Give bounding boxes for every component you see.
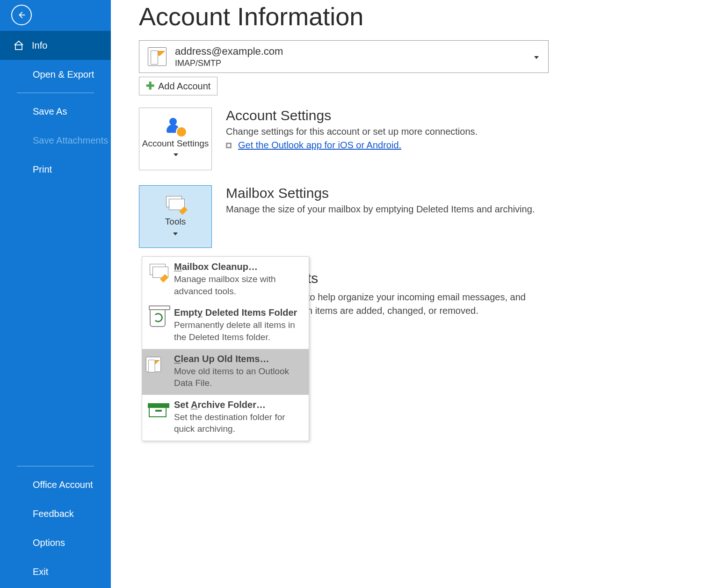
svg-rect-1 bbox=[15, 45, 22, 50]
sidebar-label-feedback: Feedback bbox=[33, 508, 74, 519]
account-settings-content: Account Settings Change settings for thi… bbox=[226, 108, 717, 151]
menu-item-mailbox-cleanup[interactable]: Mailbox Cleanup… Manage mailbox size wit… bbox=[142, 257, 309, 303]
sidebar-label-save-as: Save As bbox=[33, 106, 67, 117]
sidebar-label-exit: Exit bbox=[33, 566, 48, 577]
plus-icon: ✚ bbox=[146, 80, 154, 92]
sidebar-label-options: Options bbox=[33, 537, 65, 548]
account-settings-desc: Change settings for this account or set … bbox=[226, 126, 717, 137]
tools-button[interactable]: Tools bbox=[139, 185, 212, 248]
tools-icon bbox=[164, 195, 187, 214]
sidebar-item-feedback[interactable]: Feedback bbox=[0, 499, 111, 528]
sidebar-label-open-export: Open & Export bbox=[33, 69, 94, 80]
sidebar-item-save-as[interactable]: Save As bbox=[0, 97, 111, 126]
sidebar-item-save-attachments: Save Attachments bbox=[0, 126, 111, 155]
folder-archive-icon bbox=[148, 400, 167, 420]
sidebar-item-print[interactable]: Print bbox=[0, 155, 111, 184]
recycle-bin-icon bbox=[148, 308, 167, 328]
account-email: address@example.com bbox=[175, 45, 283, 58]
menu-item-set-archive-folder[interactable]: Set Archive Folder… Set the destination … bbox=[142, 395, 309, 441]
section-mailbox-settings: Tools Mailbox Settings Manage the size o… bbox=[139, 185, 717, 248]
menu-title-mailbox-cleanup: Mailbox Cleanup… bbox=[174, 261, 303, 272]
mailbox-settings-content: Mailbox Settings Manage the size of your… bbox=[226, 185, 717, 218]
archive-icon bbox=[148, 355, 167, 374]
chevron-down-icon bbox=[174, 153, 178, 156]
sidebar-item-office-account[interactable]: Office Account bbox=[0, 470, 111, 499]
account-text: address@example.com IMAP/SMTP bbox=[175, 45, 283, 68]
sidebar-item-exit[interactable]: Exit bbox=[0, 557, 111, 586]
account-settings-icon bbox=[166, 118, 185, 136]
sidebar-item-options[interactable]: Options bbox=[0, 528, 111, 557]
mailbox-cleanup-icon bbox=[148, 262, 167, 282]
chevron-down-icon bbox=[173, 232, 178, 235]
menu-title-set-archive: Set Archive Folder… bbox=[174, 399, 303, 410]
sidebar-label-save-attachments: Save Attachments bbox=[33, 135, 108, 146]
section-account-settings: Account Settings Account Settings Change… bbox=[139, 108, 717, 170]
menu-desc-mailbox-cleanup: Manage mailbox size with advanced tools. bbox=[174, 273, 303, 297]
sidebar-label-office-account: Office Account bbox=[33, 479, 93, 490]
rules-partial-desc1: to help organize your incoming email mes… bbox=[307, 292, 717, 303]
section-rules-partial: ts to help organize your incoming email … bbox=[307, 270, 717, 316]
sidebar-separator bbox=[17, 93, 94, 93]
sidebar-separator-bottom bbox=[17, 466, 94, 466]
sidebar-bottom-group: Office Account Feedback Options Exit bbox=[0, 462, 111, 588]
menu-desc-clean-up-old: Move old items to an Outlook Data File. bbox=[174, 365, 303, 389]
account-selector-dropdown[interactable]: address@example.com IMAP/SMTP bbox=[139, 40, 549, 73]
sidebar-label-info: Info bbox=[32, 40, 47, 51]
menu-desc-set-archive: Set the destination folder for quick arc… bbox=[174, 411, 303, 435]
add-account-button[interactable]: ✚ Add Account bbox=[139, 77, 217, 95]
page-title: Account Information bbox=[139, 2, 717, 31]
sidebar-top-group: Info Open & Export Save As Save Attachme… bbox=[0, 25, 111, 184]
mailbox-settings-desc: Manage the size of your mailbox by empty… bbox=[226, 204, 717, 215]
tools-button-label: Tools bbox=[165, 217, 186, 227]
menu-title-empty-deleted: Empty Deleted Items Folder bbox=[174, 307, 303, 318]
home-icon bbox=[13, 40, 24, 51]
menu-item-clean-up-old[interactable]: Clean Up Old Items… Move old items to an… bbox=[142, 349, 309, 395]
rules-partial-desc2: n items are added, changed, or removed. bbox=[307, 305, 717, 316]
account-settings-button[interactable]: Account Settings bbox=[139, 108, 212, 170]
backstage-sidebar: Info Open & Export Save As Save Attachme… bbox=[0, 0, 111, 588]
menu-title-clean-up-old: Clean Up Old Items… bbox=[174, 354, 303, 364]
chevron-down-icon bbox=[534, 52, 539, 61]
menu-item-empty-deleted[interactable]: Empty Deleted Items Folder Permanently d… bbox=[142, 303, 309, 348]
menu-desc-empty-deleted: Permanently delete all items in the Dele… bbox=[174, 319, 303, 343]
bullet-icon bbox=[226, 143, 232, 148]
mailbox-settings-title: Mailbox Settings bbox=[226, 185, 717, 201]
back-arrow-icon bbox=[16, 10, 27, 20]
sidebar-item-info[interactable]: Info bbox=[0, 31, 111, 60]
add-account-label: Add Account bbox=[158, 81, 210, 92]
account-settings-title: Account Settings bbox=[226, 108, 717, 123]
account-settings-button-label: Account Settings bbox=[142, 138, 209, 148]
back-button[interactable] bbox=[11, 5, 32, 25]
account-icon bbox=[148, 47, 167, 66]
account-type: IMAP/SMTP bbox=[175, 58, 283, 69]
tools-dropdown-menu: Mailbox Cleanup… Manage mailbox size wit… bbox=[142, 256, 309, 441]
sidebar-label-print: Print bbox=[33, 164, 52, 175]
outlook-app-link[interactable]: Get the Outlook app for iOS or Android. bbox=[238, 140, 401, 151]
sidebar-item-open-export[interactable]: Open & Export bbox=[0, 60, 111, 89]
